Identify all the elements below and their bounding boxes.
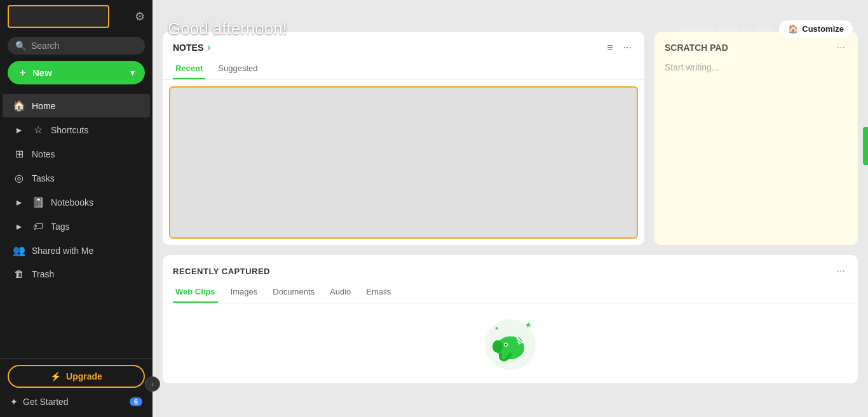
notes-arrow-icon: › bbox=[207, 42, 210, 53]
sidebar-nav: 🏠 Home ▸ ☆ Shortcuts ⊞ Notes ◎ Tasks ▸ 📓… bbox=[0, 93, 153, 358]
tab-web-clips[interactable]: Web Clips bbox=[173, 283, 218, 303]
tab-audio[interactable]: Audio bbox=[327, 283, 353, 303]
notes-title-text: NOTES bbox=[173, 43, 203, 53]
new-button[interactable]: ＋ New ▾ bbox=[8, 61, 145, 84]
tab-recent[interactable]: Recent bbox=[173, 60, 205, 79]
collapse-icon: ‹ bbox=[151, 380, 154, 388]
notes-header-icons: ≡ ··· bbox=[604, 41, 634, 55]
upgrade-icon: ⚡ bbox=[50, 371, 61, 381]
recently-captured-more-icon: ··· bbox=[837, 265, 845, 276]
svg-point-4 bbox=[492, 340, 503, 353]
tab-images[interactable]: Images bbox=[228, 283, 261, 303]
svg-point-6 bbox=[505, 344, 507, 346]
tags-expand-icon: ▸ bbox=[13, 220, 25, 232]
tab-documents[interactable]: Documents bbox=[270, 283, 317, 303]
tasks-icon: ◎ bbox=[13, 172, 25, 184]
notes-list-icon-button[interactable]: ≡ bbox=[604, 41, 615, 55]
sidebar-item-notes[interactable]: ⊞ Notes bbox=[3, 142, 150, 166]
sidebar-item-tags-label: Tags bbox=[51, 222, 70, 232]
search-label: Search bbox=[31, 41, 59, 51]
notebooks-expand-icon: ▸ bbox=[13, 196, 25, 208]
notes-tabs: Recent Suggested bbox=[163, 55, 644, 80]
sidebar-item-shortcuts-label: Shortcuts bbox=[51, 125, 88, 135]
main-content: NOTES › ≡ ··· Recent Suggested bbox=[153, 0, 868, 417]
scratch-more-button[interactable]: ··· bbox=[834, 41, 848, 55]
date-text: TUESDAY, APRIL 18, 2023 bbox=[679, 25, 771, 32]
notes-list-icon: ≡ bbox=[607, 42, 613, 53]
svg-text:★: ★ bbox=[525, 321, 532, 329]
sidebar-item-trash-label: Trash bbox=[32, 269, 54, 279]
gear-icon[interactable]: ⚙ bbox=[135, 10, 145, 23]
tab-suggested[interactable]: Suggested bbox=[215, 60, 260, 79]
trash-icon: 🗑 bbox=[13, 268, 25, 280]
new-chevron-icon: ▾ bbox=[130, 68, 135, 77]
sidebar-item-notebooks-label: Notebooks bbox=[51, 197, 93, 208]
widgets-row: NOTES › ≡ ··· Recent Suggested bbox=[163, 44, 858, 245]
sidebar-item-trash[interactable]: 🗑 Trash bbox=[3, 263, 150, 286]
recently-captured-widget: RECENTLY CAPTURED ··· Web Clips Images D… bbox=[163, 255, 858, 383]
get-started-row[interactable]: ✦ Get Started 6 bbox=[8, 393, 145, 411]
new-plus-icon: ＋ bbox=[18, 67, 27, 79]
svg-text:★: ★ bbox=[494, 326, 499, 331]
sidebar-collapse-button[interactable]: ‹ bbox=[145, 376, 160, 392]
shared-icon: 👥 bbox=[13, 244, 25, 256]
recently-captured-more-button[interactable]: ··· bbox=[834, 264, 848, 278]
upgrade-button[interactable]: ⚡ Upgrade bbox=[8, 365, 145, 388]
scratch-pad-header: SCRATCH PAD ··· bbox=[665, 41, 848, 55]
evernote-elephant-illustration: ★ ★ bbox=[482, 316, 539, 373]
search-icon: 🔍 bbox=[15, 41, 26, 51]
scratch-placeholder: Start writing... bbox=[665, 62, 719, 72]
sidebar-logo-area: ⚙ bbox=[0, 0, 153, 33]
sidebar: ⚙ 🔍 Search ＋ New ▾ 🏠 Home ▸ ☆ Shortcuts … bbox=[0, 0, 153, 417]
customize-button[interactable]: 🏠 Customize bbox=[779, 20, 853, 37]
notes-icon: ⊞ bbox=[13, 148, 25, 160]
shortcuts-icon: ☆ bbox=[32, 124, 44, 136]
tab-emails[interactable]: Emails bbox=[363, 283, 393, 303]
scratch-pad-body[interactable]: Start writing... bbox=[665, 62, 848, 72]
greeting-text: Good afternoon! bbox=[168, 19, 287, 39]
notes-widget-title[interactable]: NOTES › bbox=[173, 42, 211, 53]
notebooks-icon: 📓 bbox=[32, 196, 44, 208]
sidebar-item-tasks-label: Tasks bbox=[32, 173, 55, 183]
sidebar-item-tasks[interactable]: ◎ Tasks bbox=[3, 166, 150, 190]
get-started-badge: 6 bbox=[130, 397, 142, 406]
notes-more-icon: ··· bbox=[623, 42, 632, 53]
recently-captured-header: RECENTLY CAPTURED ··· bbox=[163, 255, 858, 278]
main-area: Good afternoon! TUESDAY, APRIL 18, 2023 … bbox=[153, 0, 868, 417]
sidebar-item-notes-label: Notes bbox=[32, 149, 55, 159]
side-accent-bar bbox=[863, 127, 868, 165]
shortcuts-expand-icon: ▸ bbox=[13, 124, 25, 136]
recently-captured-body: ★ ★ bbox=[163, 303, 858, 373]
recently-captured-title: RECENTLY CAPTURED bbox=[173, 267, 270, 276]
customize-label: Customize bbox=[802, 24, 844, 34]
sidebar-item-shared-with-me[interactable]: 👥 Shared with Me bbox=[3, 239, 150, 262]
customize-icon: 🏠 bbox=[788, 24, 798, 34]
sidebar-item-shared-label: Shared with Me bbox=[32, 246, 93, 256]
sidebar-item-home-label: Home bbox=[32, 101, 55, 111]
recently-captured-tabs: Web Clips Images Documents Audio Emails bbox=[163, 278, 858, 303]
upgrade-label: Upgrade bbox=[66, 371, 102, 381]
search-bar[interactable]: 🔍 Search bbox=[8, 37, 145, 55]
scratch-more-icon: ··· bbox=[837, 42, 845, 53]
sidebar-item-shortcuts[interactable]: ▸ ☆ Shortcuts bbox=[3, 118, 150, 142]
get-started-label: Get Started bbox=[23, 397, 69, 407]
scratch-pad-title: SCRATCH PAD bbox=[665, 43, 728, 53]
sidebar-item-home[interactable]: 🏠 Home bbox=[3, 94, 150, 117]
get-started-icon: ✦ bbox=[10, 397, 18, 407]
notes-content-area bbox=[169, 86, 638, 239]
notes-widget: NOTES › ≡ ··· Recent Suggested bbox=[163, 32, 644, 245]
sidebar-item-notebooks[interactable]: ▸ 📓 Notebooks bbox=[3, 190, 150, 214]
notes-more-button[interactable]: ··· bbox=[621, 41, 634, 55]
new-button-label: New bbox=[32, 67, 52, 78]
sidebar-bottom: ⚡ Upgrade ✦ Get Started 6 bbox=[0, 358, 153, 417]
hero-right: TUESDAY, APRIL 18, 2023 🏠 Customize bbox=[679, 20, 853, 37]
home-icon: 🏠 bbox=[13, 100, 25, 112]
tags-icon: 🏷 bbox=[32, 221, 44, 232]
scratch-pad-widget: SCRATCH PAD ··· Start writing... bbox=[654, 32, 858, 245]
sidebar-logo bbox=[8, 5, 109, 28]
sidebar-item-tags[interactable]: ▸ 🏷 Tags bbox=[3, 215, 150, 238]
